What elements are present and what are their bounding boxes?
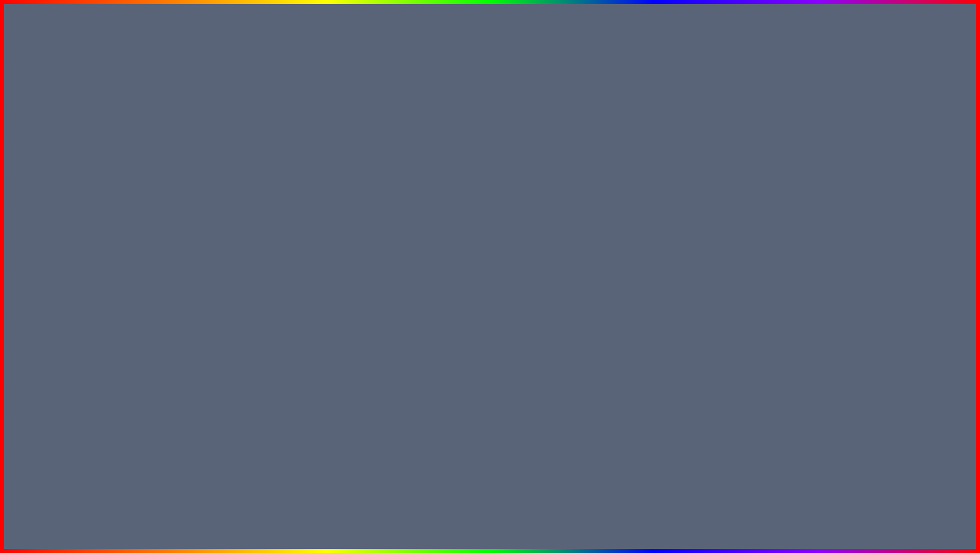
sidebar-item-user[interactable]: 👤 • User <box>51 175 106 188</box>
mastery-farm-header: >>> Mastery Farm <<< <box>768 254 930 266</box>
sword-mastery-icon: ℛ <box>114 208 119 216</box>
character-figure <box>419 253 561 498</box>
sidebar-right-racev4[interactable]: ⭐ • RaceV4 <box>708 240 763 254</box>
select-weapon-label-text: Select Weapon <box>779 179 820 186</box>
title-text: BLOX FRUITS <box>256 14 724 80</box>
quest-icon: 📋 <box>56 217 64 225</box>
feature-sword-mastery: ℛ Auto Farm Sword Mastery <box>111 205 273 218</box>
sidebar-setting-label: • Setting <box>67 204 89 211</box>
farm-mode-icon: ℛ <box>771 194 776 202</box>
svg-rect-9 <box>508 331 523 367</box>
panel-right-body: 👤 • User 🏠 • Home ⚙️ • Setting 📋 • Quest… <box>708 171 934 309</box>
auto-farm-level-toggle[interactable] <box>909 225 927 234</box>
sidebar-teleport-label: • Teleport <box>67 270 92 277</box>
sword-mastery-text: Auto Farm Sword Mastery <box>122 208 192 215</box>
sidebar-home-label: • Home <box>67 191 87 198</box>
logo-fruits-text: FRUITS <box>863 512 907 526</box>
setting-icon: ⚙️ <box>56 203 64 212</box>
sidebar-user-label: • User <box>67 178 83 185</box>
panel-right-beta: [ Beta ] <box>789 161 813 168</box>
main-title: BLOX FRUITS <box>256 14 724 80</box>
r-stats-icon: 📊 <box>713 230 721 238</box>
panel-right-sidebar: 👤 • User 🏠 • Home ⚙️ • Setting 📋 • Quest… <box>708 171 764 309</box>
monster-text: [Monster] : Isle Champion <box>768 207 930 215</box>
auto-kaitan-label-wrapper: ℛ Auto Kaitan <box>771 240 810 249</box>
feature-gun-mastery-label: ℛ Auto Farm Gun Mastery <box>114 193 187 201</box>
svg-rect-6 <box>475 387 487 428</box>
item-thumbnail <box>35 417 126 498</box>
blox-fruits-logo: BL ☠️ X FRUITS <box>834 480 935 541</box>
svg-point-4 <box>465 283 485 324</box>
logo-bg: BL ☠️ X FRUITS <box>834 480 935 541</box>
r-racev4-icon: ⭐ <box>713 243 721 251</box>
home-icon: 🏠 <box>56 190 64 198</box>
r-sidebar-raid-label: • Raid <box>724 270 740 277</box>
sidebar-right-home[interactable]: 🏠 • Home <box>708 188 763 201</box>
panel-left-header-left: RELZ HUB | Blox Fruits [ Beta ] <box>56 160 156 168</box>
stats-icon: 📊 <box>56 230 64 238</box>
sidebar-right-user[interactable]: 👤 • User <box>708 175 763 188</box>
r-sidebar-combat-label: • Combat <box>724 257 749 264</box>
sidebar-right-combat[interactable]: ⚔️ • Combat <box>708 254 763 267</box>
auto-farm-level-row: ℛ Auto Farm Level <box>768 223 930 236</box>
select-mob-button[interactable]: Select Items.. <box>225 237 270 248</box>
select-mob-row: Select Mob Select Items.. <box>111 235 273 250</box>
sidebar-quest-label: • Quest <box>67 217 87 224</box>
r-sidebar-home-label: • Home <box>724 191 744 198</box>
auto-kaitan-toggle[interactable] <box>909 240 927 249</box>
sidebar-right-raid[interactable]: 🗡️ • Raid <box>708 267 763 280</box>
auto-kaitan-row: ℛ Auto Kaitan <box>768 238 930 251</box>
auto-farm-mob-label-wrapper: Auto Farm Mob <box>114 254 156 261</box>
bottom-pastebin: PASTEBIN <box>601 498 753 533</box>
sidebar-item-stats[interactable]: 📊 • Stats <box>51 227 106 240</box>
farm-mode-value[interactable]: Normal <box>897 193 927 203</box>
svg-rect-8 <box>457 331 472 367</box>
svg-point-5 <box>495 283 515 324</box>
r-sidebar-shop-label: • Shop <box>724 296 742 303</box>
auto-farm-level-icon: ℛ <box>771 226 776 234</box>
sidebar-item-teleport[interactable]: 📍 • Teleport <box>51 267 106 280</box>
sidebar-item-raid[interactable]: 🗡️ • Raid <box>51 254 106 267</box>
fruit-mastery-text: Auto Farm Fruit Mastery <box>122 179 187 186</box>
teleport-icon: 📍 <box>56 269 64 278</box>
r-combat-icon: ⚔️ <box>713 256 721 264</box>
sidebar-item-combat[interactable]: ⚔️ • Combat <box>51 240 106 254</box>
r-home-icon: 🏠 <box>713 190 721 198</box>
sidebar-right-stats[interactable]: 📊 • Stats <box>708 227 763 240</box>
sidebar-raid-label: • Raid <box>67 257 83 264</box>
panel-right-title: RELZ HUB | Blox Fruits <box>713 160 786 168</box>
sidebar-item-home[interactable]: 🏠 • Home <box>51 188 106 201</box>
panel-right: RELZ HUB | Blox Fruits [ Beta ] 07/11/20… <box>707 156 935 310</box>
auto-kaitan-icon: ℛ <box>771 240 776 249</box>
auto-farm-level-label-wrapper: ℛ Auto Farm Level <box>771 226 824 234</box>
gun-mastery-toggle[interactable] <box>252 192 270 201</box>
sidebar-item-setting[interactable]: ⚙️ • Setting <box>51 201 106 214</box>
panel-left: RELZ HUB | Blox Fruits [ Beta ] 07/11/20… <box>50 156 278 287</box>
r-quest-icon: 📋 <box>713 217 721 225</box>
sword-mastery-toggle[interactable] <box>252 207 270 216</box>
sidebar-right-shop[interactable]: 🛒 • Shop <box>708 293 763 306</box>
combat-icon: ⚔️ <box>56 243 64 251</box>
select-weapon-value[interactable]: Melee <box>897 178 927 188</box>
sidebar-stats-label: • Stats <box>67 230 84 237</box>
sidebar-right-teleport[interactable]: 📍 • Teleport <box>708 280 763 293</box>
panel-left-main: ℛ Auto Farm Fruit Mastery ℛ Auto Farm Gu… <box>107 171 277 286</box>
r-sidebar-stats-label: • Stats <box>724 230 741 237</box>
r-user-icon: 👤 <box>713 177 721 185</box>
auto-farm-mob-toggle[interactable] <box>252 253 270 262</box>
fruit-mastery-toggle[interactable] <box>252 178 270 187</box>
panel-right-datetime: 07/11/2023 - 04:53:20 PM [ ID ] <box>852 161 929 167</box>
sidebar-item-quest[interactable]: 📋 • Quest <box>51 214 106 227</box>
svg-point-15 <box>47 434 52 439</box>
svg-rect-10 <box>479 323 489 328</box>
panel-left-sidebar: 👤 • User 🏠 • Home ⚙️ • Setting 📋 • Quest… <box>51 171 107 286</box>
panel-left-datetime: 07/11/2023 - 04:54:36 PM [ ID ] <box>194 161 272 167</box>
select-weapon-label-wrapper: ℛ Select Weapon <box>771 179 820 187</box>
sidebar-right-setting[interactable]: ⚙️ • Setting <box>708 201 763 214</box>
logo-skull-icon: ☠️ <box>881 497 897 511</box>
gun-mastery-text: Auto Farm Gun Mastery <box>122 193 187 200</box>
panel-left-title: RELZ HUB | Blox Fruits <box>56 160 129 168</box>
auto-farm-mob-text: Auto Farm Mob <box>114 254 156 261</box>
farm-mode-label-text: Farm Mode <box>779 195 810 202</box>
sidebar-right-quest[interactable]: 📋 • Quest <box>708 214 763 227</box>
